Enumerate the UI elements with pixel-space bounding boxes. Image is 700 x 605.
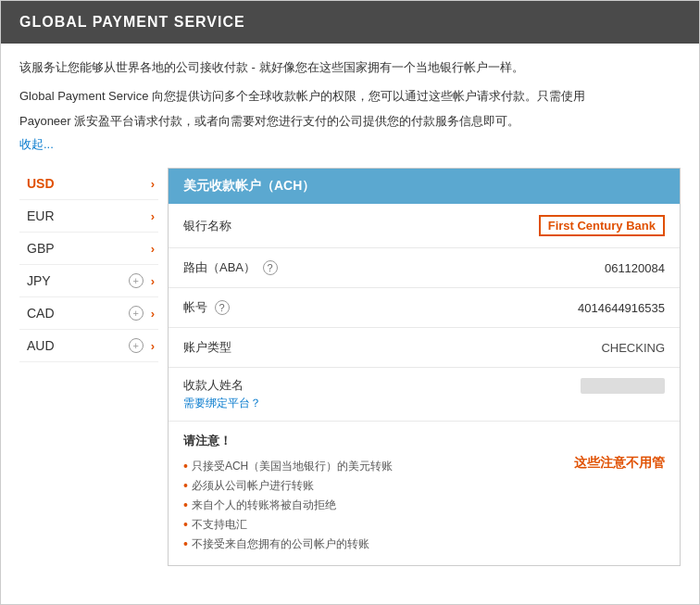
sidebar-arrow-cad: ›: [151, 307, 155, 321]
notice-item-4: 不支持电汇: [183, 515, 559, 535]
account-number-row: 帐号 ? 4014644916535: [169, 288, 680, 328]
notice-item-1: 只接受ACH（美国当地银行）的美元转账: [183, 457, 559, 476]
sidebar-label-jpy: JPY: [27, 273, 51, 288]
intro-line1: 该服务让您能够从世界各地的公司接收付款 - 就好像您在这些国家拥有一个当地银行帐…: [19, 58, 681, 78]
account-label: 帐号 ?: [183, 299, 230, 316]
intro-line2: Global Payment Service 向您提供访问多个全球收款帐户的权限…: [19, 87, 681, 107]
plus-icon-jpy: +: [129, 273, 144, 288]
sidebar-item-jpy[interactable]: JPY + ›: [19, 265, 158, 297]
bank-name-value: First Century Bank: [539, 215, 665, 236]
notice-title: 请注意！: [183, 433, 559, 449]
notice-item-5: 不接受来自您拥有的公司帐户的转账: [183, 535, 559, 554]
notice-list: 只接受ACH（美国当地银行）的美元转账 必须从公司帐户进行转账 来自个人的转账将…: [183, 457, 559, 554]
bank-name-label: 银行名称: [183, 218, 231, 234]
notice-item-2: 必须从公司帐户进行转账: [183, 476, 559, 496]
sidebar-arrow-eur: ›: [151, 209, 155, 223]
sidebar-item-gbp[interactable]: GBP ›: [19, 233, 158, 265]
sidebar-item-usd[interactable]: USD ›: [19, 168, 158, 200]
notice-section: 请注意！ 只接受ACH（美国当地银行）的美元转账 必须从公司帐户进行转账 来自个…: [169, 422, 680, 565]
recipient-value: [581, 378, 665, 394]
account-type-row: 账户类型 CHECKING: [169, 328, 680, 368]
collapse-link[interactable]: 收起...: [19, 136, 54, 153]
account-panel: 美元收款帐户（ACH） 银行名称 First Century Bank 路由（A…: [168, 168, 681, 566]
account-type-value: CHECKING: [601, 341, 665, 355]
app-container: GLOBAL PAYMENT SERVICE 该服务让您能够从世界各地的公司接收…: [0, 0, 700, 605]
bind-platform-link[interactable]: 需要绑定平台？: [183, 396, 665, 411]
plus-icon-cad: +: [129, 306, 144, 321]
notice-annotation: 这些注意不用管: [574, 455, 665, 472]
sidebar-arrow-jpy: ›: [151, 274, 155, 288]
routing-row: 路由（ABA） ? 061120084: [169, 248, 680, 288]
currency-sidebar: USD › EUR › GBP ›: [19, 168, 168, 566]
intro-line3: Payoneer 派安盈平台请求付款，或者向需要对您进行支付的公司提供您的付款服…: [19, 112, 681, 132]
routing-value: 061120084: [605, 261, 665, 275]
routing-help-icon[interactable]: ?: [263, 260, 278, 275]
sidebar-item-cad[interactable]: CAD + ›: [19, 297, 158, 330]
sidebar-arrow-aud: ›: [151, 339, 155, 353]
panel-header: 美元收款帐户（ACH）: [169, 169, 680, 204]
sidebar-label-usd: USD: [27, 176, 55, 191]
routing-label: 路由（ABA） ?: [183, 259, 278, 276]
sidebar-item-eur[interactable]: EUR ›: [19, 200, 158, 233]
main-layout: USD › EUR › GBP ›: [19, 168, 681, 566]
plus-icon-aud: +: [129, 338, 144, 353]
notice-item-3: 来自个人的转账将被自动拒绝: [183, 496, 559, 515]
sidebar-label-cad: CAD: [27, 306, 55, 321]
sidebar-label-aud: AUD: [27, 338, 55, 353]
recipient-row: 收款人姓名 需要绑定平台？: [169, 368, 680, 422]
account-help-icon[interactable]: ?: [215, 300, 230, 315]
sidebar-label-eur: EUR: [27, 208, 55, 223]
sidebar-arrow-usd: ›: [151, 177, 155, 191]
account-type-label: 账户类型: [183, 339, 231, 356]
recipient-label: 收款人姓名: [183, 377, 244, 394]
app-header: GLOBAL PAYMENT SERVICE: [1, 1, 699, 44]
sidebar-label-gbp: GBP: [27, 241, 55, 256]
sidebar-item-aud[interactable]: AUD + ›: [19, 330, 158, 362]
account-value: 4014644916535: [578, 301, 665, 315]
bank-name-row: 银行名称 First Century Bank: [169, 204, 680, 248]
main-content: 该服务让您能够从世界各地的公司接收付款 - 就好像您在这些国家拥有一个当地银行帐…: [1, 44, 699, 581]
sidebar-arrow-gbp: ›: [151, 242, 155, 256]
panel-body: 银行名称 First Century Bank 路由（ABA） ? 061120…: [169, 204, 680, 565]
app-title: GLOBAL PAYMENT SERVICE: [19, 14, 245, 30]
